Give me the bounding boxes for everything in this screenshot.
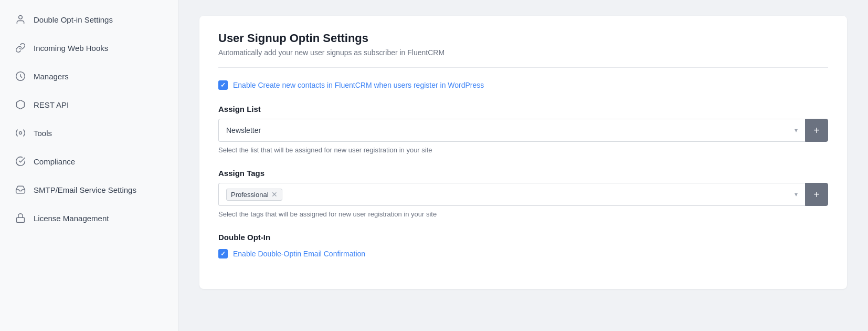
enable-checkbox-row[interactable]: Enable Create new contacts in FluentCRM … — [218, 80, 828, 90]
assign-tags-row: Professional ✕ ▾ + — [218, 183, 828, 206]
sidebar-item-compliance[interactable]: Compliance — [0, 147, 178, 175]
double-optin-title: Double Opt-In — [218, 233, 828, 242]
double-optin-checkbox[interactable] — [218, 249, 228, 258]
svg-point-2 — [19, 132, 22, 135]
assign-tags-label: Assign Tags — [218, 169, 828, 178]
lock-icon — [15, 212, 26, 224]
tag-professional[interactable]: Professional ✕ — [226, 189, 282, 201]
sidebar-item-label: Tools — [34, 129, 52, 138]
sidebar-item-label: Double Opt-in Settings — [34, 15, 113, 24]
assign-tags-section: Assign Tags Professional ✕ ▾ + Select th… — [218, 169, 828, 218]
assign-list-select[interactable]: Newsletter ▾ — [218, 119, 805, 142]
link-icon — [15, 42, 26, 54]
sidebar-item-label: License Management — [34, 214, 109, 223]
svg-point-0 — [19, 16, 23, 19]
divider — [218, 67, 828, 68]
double-optin-section: Double Opt-In Enable Double-Optin Email … — [218, 233, 828, 258]
tag-remove-icon[interactable]: ✕ — [271, 191, 278, 198]
assign-list-value: Newsletter — [226, 126, 795, 135]
sidebar-item-label: Managers — [34, 72, 69, 81]
compliance-icon — [15, 156, 26, 167]
chevron-down-icon: ▾ — [795, 191, 798, 198]
api-icon — [15, 99, 26, 110]
user-icon — [15, 14, 26, 25]
tag-label: Professional — [231, 191, 269, 199]
sidebar-item-rest-api[interactable]: REST API — [0, 90, 178, 119]
svg-rect-3 — [17, 218, 25, 222]
sidebar-item-managers[interactable]: Managers — [0, 62, 178, 90]
sidebar-item-incoming-webhooks[interactable]: Incoming Web Hooks — [0, 34, 178, 62]
assign-list-row: Newsletter ▾ + — [218, 119, 828, 142]
assign-list-add-button[interactable]: + — [805, 119, 828, 142]
managers-icon — [15, 70, 26, 82]
tools-icon — [15, 127, 26, 139]
settings-card: User Signup Optin Settings Automatically… — [199, 16, 847, 289]
assign-tags-hint: Select the tags that will be assigned fo… — [218, 210, 828, 218]
double-optin-checkbox-row[interactable]: Enable Double-Optin Email Confirmation — [218, 249, 828, 258]
sidebar-item-double-optin[interactable]: Double Opt-in Settings — [0, 5, 178, 34]
sidebar-item-smtp[interactable]: SMTP/Email Service Settings — [0, 175, 178, 204]
sidebar-item-label: REST API — [34, 100, 69, 109]
page-subtitle: Automatically add your new user signups … — [218, 48, 828, 57]
sidebar-item-label: Incoming Web Hooks — [34, 44, 108, 53]
enable-checkbox[interactable] — [218, 80, 228, 90]
sidebar-item-label: Compliance — [34, 157, 75, 166]
main-content: User Signup Optin Settings Automatically… — [178, 0, 868, 331]
assign-tags-select[interactable]: Professional ✕ ▾ — [218, 183, 805, 206]
sidebar-item-label: SMTP/Email Service Settings — [34, 185, 136, 194]
assign-tags-add-button[interactable]: + — [805, 183, 828, 206]
assign-list-section: Assign List Newsletter ▾ + Select the li… — [218, 105, 828, 154]
sidebar-item-license[interactable]: License Management — [0, 204, 178, 232]
assign-list-hint: Select the list that will be assigned fo… — [218, 146, 828, 154]
page-title: User Signup Optin Settings — [218, 32, 828, 45]
assign-list-label: Assign List — [218, 105, 828, 113]
email-icon — [15, 184, 26, 195]
chevron-down-icon: ▾ — [795, 127, 798, 134]
double-optin-checkbox-label[interactable]: Enable Double-Optin Email Confirmation — [233, 250, 365, 258]
sidebar-item-tools[interactable]: Tools — [0, 119, 178, 147]
sidebar: Double Opt-in Settings Incoming Web Hook… — [0, 0, 178, 331]
enable-checkbox-label[interactable]: Enable Create new contacts in FluentCRM … — [233, 81, 484, 89]
